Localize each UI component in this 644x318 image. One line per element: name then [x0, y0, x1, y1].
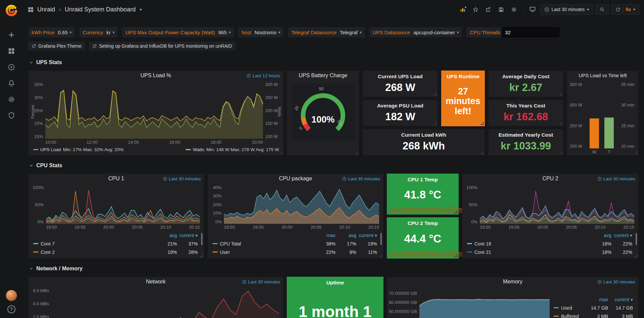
legend-sort-column[interactable]: max	[583, 297, 608, 302]
stat-title[interactable]: Average PSU Load	[363, 100, 438, 109]
variable-ups-max-output[interactable]: UPS Max Output Power Capacity (Watt) 865…	[122, 27, 234, 37]
chart-plot[interactable]	[46, 185, 200, 224]
chart-plot[interactable]	[419, 288, 550, 318]
panel-title[interactable]: CPU package	[279, 176, 312, 182]
row-header-cpu-stats[interactable]: CPU Stats	[29, 162, 639, 169]
panel-header[interactable]: CPU 2 Last 30 minutes	[462, 174, 638, 183]
caret-down-icon: ▾	[278, 30, 280, 35]
legend-scrollbar[interactable]	[380, 233, 382, 245]
share-dashboard-button[interactable]	[484, 4, 494, 14]
panel-header[interactable]: UPS Battery Charge	[287, 71, 359, 80]
panel-header[interactable]: CPU 1 Last 30 minutes	[29, 174, 204, 183]
panel-header[interactable]: CPU package Last 30 minutes	[208, 174, 383, 183]
panel-header[interactable]: Memory Last 30 minutes	[387, 277, 638, 286]
chevron-down-icon[interactable]: ▾	[140, 7, 142, 12]
variable-value-dropdown[interactable]: apcupsd-container▾	[412, 30, 462, 35]
variable-ups-datasource[interactable]: UPS Datasource apcupsd-container▾	[369, 27, 462, 37]
chart-plot[interactable]	[45, 82, 263, 139]
chart-plot[interactable]	[585, 82, 619, 148]
legend[interactable]: UPS LoadMin: 17% Max: 32% Avg: 20%WattsM…	[29, 145, 283, 155]
legend-sort-column[interactable]: avg	[591, 233, 611, 238]
panel-title[interactable]: CPU 1	[108, 176, 124, 182]
panel-time-override: Last 30 minutes	[342, 176, 380, 181]
legend-table[interactable]: maxavgcurrent ▾CPU Total38%17%19%User22%…	[208, 230, 383, 258]
stat-title[interactable]: UPS Runtime	[442, 71, 485, 80]
panel-header[interactable]: UPS Load % Last 12 hours	[29, 71, 283, 80]
legend-sort-column[interactable]: current ▾	[356, 233, 377, 238]
chart-plot[interactable]	[224, 185, 379, 224]
panel-header[interactable]: Network Last 30 minutes	[29, 277, 283, 286]
variable-kwh-price[interactable]: kWh Price 0.65▾	[28, 27, 75, 37]
stat-title[interactable]: Estimated Yearly Cost	[489, 129, 563, 138]
explore-compass-icon[interactable]	[0, 59, 23, 75]
breadcrumb-page-title[interactable]: Unraid System Dashboard	[65, 6, 136, 13]
variable-currency[interactable]: Currency kr▾	[79, 27, 118, 37]
panel-title[interactable]: Memory	[503, 279, 522, 285]
stat-title[interactable]: Uptime	[287, 277, 383, 286]
link-ups-monitoring-guide[interactable]: Setting up Grafana and InfluxDB for UPS …	[89, 42, 235, 50]
configuration-gear-icon[interactable]	[0, 91, 23, 107]
link-grafana-plex-theme[interactable]: Grafana Plex Theme	[28, 42, 85, 50]
panel-title[interactable]: UPS Battery Charge	[299, 73, 348, 79]
variable-value-dropdown[interactable]: Telegraf▾	[338, 30, 365, 35]
legend-sort-column[interactable]: avg	[335, 233, 356, 238]
legend-sort-column[interactable]: current ▾	[177, 233, 198, 238]
time-range-label: Last 30 minutes	[552, 7, 585, 12]
save-dashboard-button[interactable]	[496, 4, 506, 14]
legend-table[interactable]: avgcurrent ▾Core 721%37%Core 219%28%	[29, 230, 204, 258]
variable-value-dropdown[interactable]: 865▾	[216, 30, 234, 35]
variable-value-dropdown[interactable]: 0.65▾	[56, 30, 75, 35]
row-header-ups-stats[interactable]: UPS Stats	[29, 59, 639, 66]
stat-title[interactable]: CPU 1 Temp	[387, 174, 458, 183]
stat-title[interactable]: Average Daily Cost	[489, 71, 563, 80]
row-header-network-memory[interactable]: Network / Memory	[29, 265, 639, 272]
star-dashboard-button[interactable]	[471, 4, 481, 14]
refresh-picker[interactable]: 5s ▾	[611, 4, 639, 15]
legend-table[interactable]: avgcurrent ▾Core 1818%22%Core 2118%22%	[462, 230, 638, 258]
variable-telegraf-datasource[interactable]: Telegraf Datasource Telegraf▾	[288, 27, 365, 37]
alerting-bell-icon[interactable]	[0, 75, 23, 91]
panel-title[interactable]: CPU 2	[542, 176, 558, 182]
dashboards-icon[interactable]	[0, 43, 23, 59]
stat-title[interactable]: Current Load kWh	[363, 129, 485, 138]
legend-item[interactable]: WattsMin: 148 W Max: 278 W Avg: 175 W	[186, 147, 279, 152]
help-icon[interactable]: ?	[7, 305, 15, 313]
refresh-icon	[615, 7, 620, 12]
variable-host[interactable]: host Nostromo▾	[238, 27, 283, 37]
legend-scrollbar[interactable]	[201, 233, 202, 245]
add-panel-button[interactable]	[458, 4, 468, 14]
dashboard-settings-button[interactable]	[509, 4, 519, 14]
legend-sort-column[interactable]: current ▾	[608, 297, 633, 302]
grafana-logo-icon[interactable]	[4, 3, 18, 17]
star-icon	[473, 7, 478, 12]
chart-plot[interactable]	[51, 288, 279, 318]
legend-item[interactable]: UPS LoadMin: 17% Max: 32% Avg: 20%	[33, 147, 124, 152]
panel-network: Network Last 30 minutes 6.0 MBs4.0 MBs2.…	[28, 277, 283, 318]
chart-plot[interactable]	[480, 185, 634, 224]
legend-sort-column[interactable]: max	[315, 233, 335, 238]
panel-title[interactable]: UPS Load vs Time left	[579, 73, 627, 78]
legend-sort-column[interactable]: avg	[156, 233, 177, 238]
stat-title[interactable]: CPU 2 Temp	[387, 218, 458, 226]
help-glyph: ?	[10, 307, 13, 312]
cycle-view-mode-button[interactable]	[527, 4, 538, 14]
breadcrumb-app[interactable]: Unraid	[37, 6, 55, 13]
panel-title[interactable]: Network	[146, 279, 166, 285]
legend-sort-column[interactable]: current ▾	[611, 233, 632, 238]
legend-scrollbar[interactable]	[636, 233, 637, 245]
admin-shield-icon[interactable]	[0, 107, 23, 124]
panel-title[interactable]: UPS Load %	[140, 73, 171, 79]
variable-cpu-threads[interactable]: CPU Threads	[466, 27, 559, 37]
legend-table[interactable]: maxcurrent ▾Used14.7 GB14.7 GBBuffered3 …	[554, 286, 638, 318]
stat-title[interactable]: Current UPS Load	[363, 71, 438, 80]
create-plus-icon[interactable]	[0, 27, 23, 43]
variable-value-dropdown[interactable]: Nostromo▾	[252, 30, 283, 35]
cpu-threads-input[interactable]	[502, 27, 559, 37]
variable-value-dropdown[interactable]: kr▾	[104, 30, 118, 35]
panel-header[interactable]: UPS Load vs Time left	[567, 71, 638, 80]
clock-icon	[597, 177, 602, 181]
time-range-picker[interactable]: Last 30 minutes ▾	[540, 4, 593, 15]
user-avatar[interactable]	[6, 290, 17, 301]
stat-title[interactable]: This Years Cost	[489, 100, 563, 109]
zoom-out-button[interactable]	[596, 4, 609, 15]
